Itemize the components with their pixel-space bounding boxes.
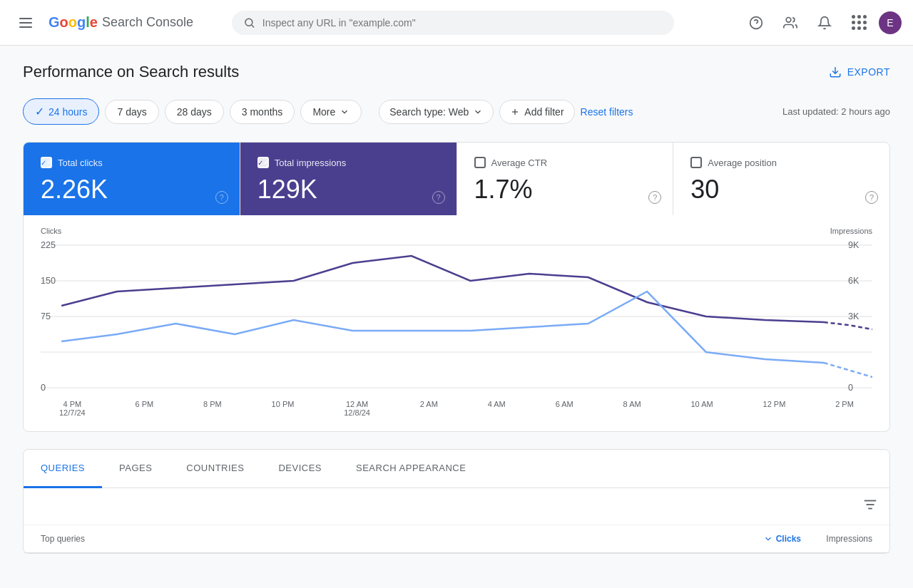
people-button[interactable] bbox=[776, 9, 805, 37]
svg-text:0: 0 bbox=[41, 381, 46, 392]
metric-clicks-help[interactable]: ? bbox=[215, 191, 228, 204]
metric-impressions-label: Total impressions bbox=[275, 158, 346, 168]
svg-text:6K: 6K bbox=[848, 274, 860, 285]
metric-clicks-checkbox[interactable]: ✓ bbox=[41, 157, 52, 168]
x-label-6pm: 6 PM bbox=[136, 400, 154, 417]
time-filter-more[interactable]: More bbox=[300, 100, 362, 124]
metrics-row: ✓ Total clicks 2.26K ? ✓ Total impressio… bbox=[24, 143, 889, 215]
metric-impressions-checkbox[interactable]: ✓ bbox=[257, 157, 269, 168]
search-type-label: Search type: Web bbox=[389, 106, 469, 118]
svg-text:75: 75 bbox=[41, 310, 51, 321]
metric-impressions-help[interactable]: ? bbox=[432, 191, 445, 204]
tab-pages[interactable]: PAGES bbox=[102, 450, 169, 488]
time-filter-7d-label: 7 days bbox=[117, 106, 146, 118]
svg-point-0 bbox=[245, 19, 253, 26]
x-label-4am: 4 AM bbox=[488, 400, 506, 417]
bottom-card: QUERIES PAGES COUNTRIES DEVICES SEARCH A… bbox=[23, 449, 890, 554]
last-updated-text: Last updated: 2 hours ago bbox=[782, 106, 890, 117]
x-label-4pm: 4 PM12/7/24 bbox=[59, 400, 86, 417]
url-search-bar[interactable] bbox=[232, 11, 674, 35]
svg-text:9K: 9K bbox=[848, 239, 860, 249]
time-filter-28d-label: 28 days bbox=[177, 106, 212, 118]
th-clicks[interactable]: Clicks bbox=[730, 534, 801, 544]
metric-position-checkbox[interactable] bbox=[690, 157, 702, 168]
th-impressions: Impressions bbox=[801, 534, 872, 544]
export-button[interactable]: EXPORT bbox=[829, 66, 890, 78]
main-content: Performance on Search results EXPORT ✓ 2… bbox=[0, 46, 913, 588]
x-label-12am: 12 AM12/8/24 bbox=[344, 400, 370, 417]
svg-text:150: 150 bbox=[41, 274, 56, 285]
time-filter-7d[interactable]: 7 days bbox=[105, 100, 158, 124]
x-label-2am: 2 AM bbox=[420, 400, 438, 417]
notifications-button[interactable] bbox=[810, 9, 839, 37]
check-icon: ✓ bbox=[35, 105, 44, 118]
metric-position-label: Average position bbox=[708, 158, 777, 168]
x-label-8am: 8 AM bbox=[623, 400, 641, 417]
time-filter-28d[interactable]: 28 days bbox=[165, 100, 224, 124]
metric-avg-ctr[interactable]: Average CTR 1.7% ? bbox=[457, 143, 674, 215]
time-filter-24h[interactable]: ✓ 24 hours bbox=[23, 98, 99, 125]
tab-search-appearance[interactable]: SEARCH APPEARANCE bbox=[339, 450, 483, 488]
sort-down-icon bbox=[763, 534, 773, 544]
x-label-10pm: 10 PM bbox=[272, 400, 295, 417]
search-icon bbox=[243, 16, 255, 29]
table-filter-button[interactable] bbox=[862, 497, 878, 516]
tab-countries[interactable]: COUNTRIES bbox=[169, 450, 261, 488]
page-header: Performance on Search results EXPORT bbox=[23, 63, 890, 81]
metric-ctr-checkbox[interactable] bbox=[474, 157, 486, 168]
th-queries: Top queries bbox=[41, 534, 730, 544]
apps-button[interactable] bbox=[845, 9, 873, 37]
add-filter-label: Add filter bbox=[524, 106, 563, 118]
chart-area: Clicks Impressions 225 150 75 0 bbox=[24, 215, 889, 431]
svg-text:225: 225 bbox=[41, 239, 56, 249]
product-name: Search Console bbox=[102, 15, 193, 30]
navbar: Google Search Console bbox=[0, 0, 913, 46]
search-type-filter[interactable]: Search type: Web bbox=[379, 100, 494, 124]
th-clicks-label: Clicks bbox=[776, 534, 801, 544]
google-logo: Google bbox=[49, 14, 98, 31]
performance-chart: 225 150 75 0 9K 6K 3K 0 bbox=[41, 238, 872, 395]
x-label-2pm: 2 PM bbox=[835, 400, 854, 417]
svg-text:3K: 3K bbox=[848, 310, 860, 321]
reset-filters-button[interactable]: Reset filters bbox=[581, 106, 633, 118]
time-filter-more-label: More bbox=[312, 106, 335, 118]
help-button[interactable] bbox=[742, 9, 770, 37]
metric-ctr-help[interactable]: ? bbox=[648, 191, 661, 204]
add-filter-button[interactable]: Add filter bbox=[499, 100, 574, 124]
chart-y-left-label: Clicks bbox=[41, 227, 61, 235]
time-filter-3m[interactable]: 3 months bbox=[230, 100, 295, 124]
x-label-8pm: 8 PM bbox=[203, 400, 222, 417]
people-icon bbox=[783, 16, 797, 30]
avatar[interactable]: E bbox=[879, 11, 902, 34]
chevron-down-icon bbox=[473, 107, 483, 117]
tab-queries[interactable]: QUERIES bbox=[24, 450, 102, 488]
metric-total-impressions[interactable]: ✓ Total impressions 129K ? bbox=[240, 143, 457, 215]
metrics-chart-card: ✓ Total clicks 2.26K ? ✓ Total impressio… bbox=[23, 142, 890, 432]
plus-icon bbox=[510, 107, 520, 117]
metric-clicks-value: 2.26K bbox=[41, 175, 223, 204]
table-header: Top queries Clicks Impressions bbox=[24, 525, 889, 553]
apps-grid-icon bbox=[852, 15, 867, 30]
filter-row: ✓ 24 hours 7 days 28 days 3 months More … bbox=[23, 98, 890, 125]
time-filter-3m-label: 3 months bbox=[242, 106, 283, 118]
metric-clicks-label: Total clicks bbox=[58, 158, 103, 168]
svg-line-1 bbox=[252, 25, 254, 27]
chart-y-right-label: Impressions bbox=[830, 227, 872, 235]
filter-list-icon bbox=[862, 497, 878, 512]
url-search-input[interactable] bbox=[262, 17, 663, 29]
app-logo: Google Search Console bbox=[49, 14, 193, 31]
metric-avg-position[interactable]: Average position 30 ? bbox=[673, 143, 889, 215]
hamburger-icon bbox=[19, 18, 32, 28]
metric-total-clicks[interactable]: ✓ Total clicks 2.26K ? bbox=[24, 143, 240, 215]
table-toolbar bbox=[24, 488, 889, 525]
hamburger-menu-button[interactable] bbox=[11, 9, 40, 37]
metric-position-value: 30 bbox=[690, 175, 872, 204]
metric-impressions-value: 129K bbox=[257, 175, 439, 204]
svg-point-4 bbox=[786, 17, 791, 22]
time-filter-24h-label: 24 hours bbox=[49, 106, 87, 118]
bell-icon bbox=[817, 16, 832, 30]
x-label-12pm: 12 PM bbox=[763, 400, 786, 417]
metric-position-help[interactable]: ? bbox=[865, 191, 878, 204]
tab-devices[interactable]: DEVICES bbox=[261, 450, 339, 488]
download-icon bbox=[829, 66, 842, 78]
